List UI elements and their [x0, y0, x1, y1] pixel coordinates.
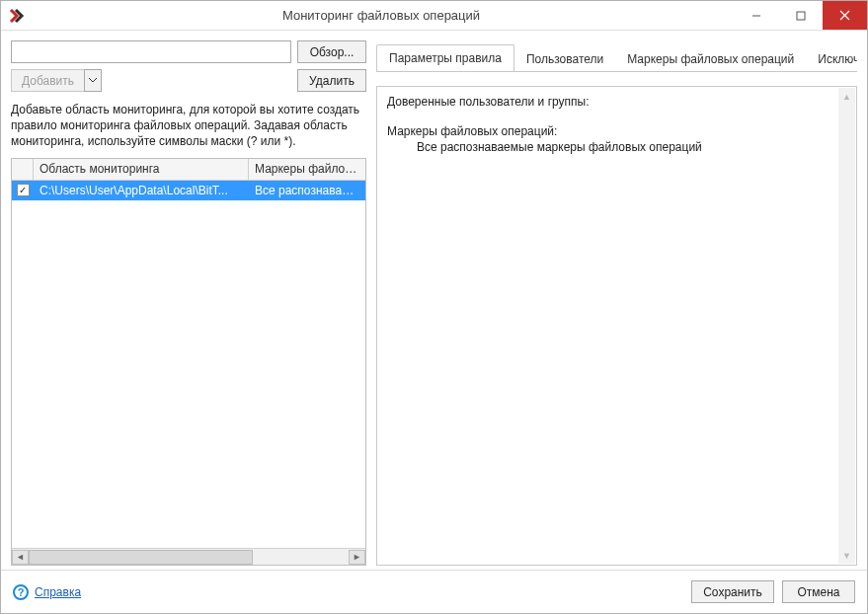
tab-users[interactable]: Пользователи	[514, 46, 615, 72]
help-link[interactable]: Справка	[35, 585, 81, 599]
scroll-thumb[interactable]	[29, 550, 253, 565]
scroll-right-icon[interactable]: ►	[349, 550, 365, 565]
save-button[interactable]: Сохранить	[691, 580, 774, 603]
scroll-up-icon[interactable]: ▲	[838, 88, 855, 105]
add-button[interactable]: Добавить	[11, 69, 84, 92]
horizontal-scrollbar[interactable]: ◄ ►	[12, 548, 365, 565]
window-controls	[734, 1, 867, 30]
left-panel: Обзор... Добавить Удалить Добавьте облас…	[11, 40, 366, 566]
vertical-scrollbar[interactable]: ▲ ▼	[838, 88, 855, 564]
row-markers: Все распознаваемые мар	[249, 184, 365, 197]
close-button[interactable]	[823, 1, 867, 30]
help-section: ? Справка	[13, 584, 81, 600]
maximize-button[interactable]	[778, 1, 823, 30]
hint-text: Добавьте область мониторинга, для которо…	[11, 102, 366, 150]
column-area[interactable]: Область мониторинга	[34, 159, 249, 180]
title-bar: Мониторинг файловых операций	[1, 1, 867, 31]
monitoring-table: Область мониторинга Маркеры файловых опе…	[11, 158, 366, 566]
scroll-left-icon[interactable]: ◄	[12, 550, 29, 565]
tab-exclusions[interactable]: Исключени	[806, 46, 857, 72]
minimize-button[interactable]	[734, 1, 778, 30]
app-icon	[5, 8, 29, 24]
tab-rule-params[interactable]: Параметры правила	[376, 44, 514, 72]
svg-rect-1	[797, 12, 805, 20]
footer: ? Справка Сохранить Отмена	[1, 570, 867, 613]
trusted-users-label: Доверенные пользователи и группы:	[387, 95, 846, 109]
markers-label: Маркеры файловых операций:	[387, 124, 846, 138]
add-dropdown-button[interactable]	[84, 69, 102, 92]
chevron-down-icon	[89, 78, 97, 83]
markers-value: Все распознаваемые маркеры файловых опер…	[387, 140, 846, 154]
path-input[interactable]	[11, 40, 291, 63]
window-title: Мониторинг файловых операций	[29, 8, 734, 23]
detail-panel: Доверенные пользователи и группы: Маркер…	[376, 86, 857, 566]
table-row[interactable]: ✓ C:\Users\User\AppData\Local\BitT... Вс…	[12, 181, 365, 200]
add-split-button: Добавить	[11, 69, 102, 92]
browse-button[interactable]: Обзор...	[297, 40, 366, 63]
table-body: ✓ C:\Users\User\AppData\Local\BitT... Вс…	[12, 181, 365, 548]
row-area: C:\Users\User\AppData\Local\BitT...	[34, 184, 249, 197]
table-header: Область мониторинга Маркеры файловых опе	[12, 159, 365, 181]
scroll-down-icon[interactable]: ▼	[838, 547, 855, 564]
right-panel: Параметры правила Пользователи Маркеры ф…	[376, 40, 857, 566]
help-icon: ?	[13, 584, 29, 600]
cancel-button[interactable]: Отмена	[782, 580, 855, 603]
column-markers[interactable]: Маркеры файловых опе	[249, 159, 365, 180]
row-checkbox[interactable]: ✓	[17, 184, 30, 196]
tab-bar: Параметры правила Пользователи Маркеры ф…	[376, 40, 857, 72]
column-checkbox[interactable]	[12, 159, 34, 180]
tab-markers[interactable]: Маркеры файловых операций	[615, 46, 806, 72]
delete-button[interactable]: Удалить	[297, 69, 366, 92]
